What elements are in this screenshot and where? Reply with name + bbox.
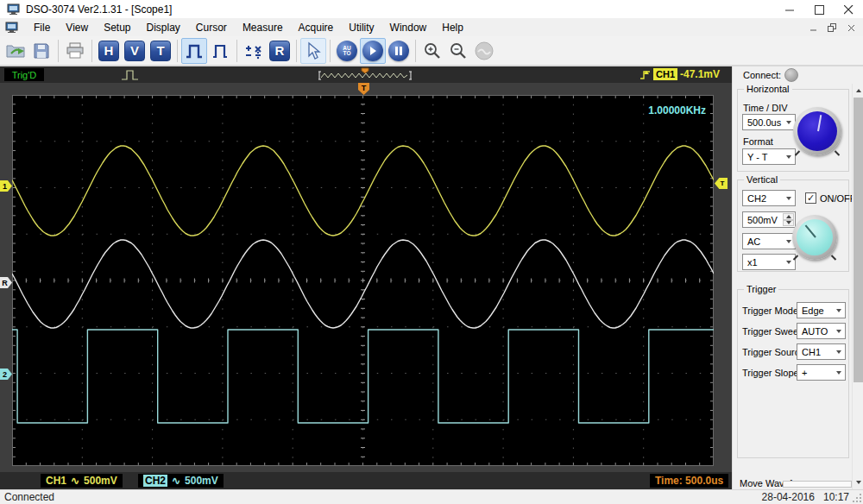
horizontal-knob[interactable] bbox=[793, 107, 841, 155]
menu-acquire[interactable]: Acquire bbox=[291, 20, 342, 35]
printer-icon bbox=[65, 41, 85, 60]
close-button[interactable] bbox=[834, 0, 863, 19]
print-button[interactable] bbox=[62, 38, 88, 64]
horizontal-panel-button[interactable]: H bbox=[96, 38, 122, 64]
trigger-position-marker[interactable]: T bbox=[358, 83, 369, 95]
menu-measure[interactable]: Measure bbox=[235, 20, 291, 35]
scrollbar-up-button[interactable] bbox=[853, 84, 863, 98]
toolbar-separator bbox=[58, 40, 59, 62]
trigger-slope-select[interactable]: + bbox=[797, 364, 846, 381]
menu-view[interactable]: View bbox=[58, 20, 96, 35]
toolbar: H V T bbox=[0, 36, 863, 66]
ch2-position-marker[interactable]: 2 bbox=[0, 369, 12, 380]
save-button[interactable] bbox=[28, 38, 54, 64]
up-arrow-icon bbox=[786, 215, 791, 218]
trigger-panel-button[interactable]: T bbox=[148, 38, 173, 64]
menu-window[interactable]: Window bbox=[382, 20, 435, 35]
minimize-button[interactable] bbox=[775, 0, 804, 19]
channel-select[interactable]: CH2 bbox=[742, 190, 796, 206]
trigger-channel-badge: CH1 bbox=[653, 68, 677, 80]
title-bar: DSO-3074 Ver2.1.31 - [Scope1] bbox=[0, 0, 863, 19]
vertical-panel-button[interactable]: V bbox=[122, 38, 148, 64]
waveform-preview[interactable] bbox=[317, 67, 413, 82]
volts-div-spinner[interactable]: 500mV bbox=[742, 211, 796, 228]
time-div-label: Time / DIV bbox=[743, 103, 788, 113]
waveform-display-button[interactable] bbox=[181, 38, 207, 64]
open-file-button[interactable] bbox=[3, 38, 28, 64]
trigger-source-select[interactable]: CH1 bbox=[797, 343, 846, 360]
window-title: DSO-3074 Ver2.1.31 - [Scope1] bbox=[26, 3, 172, 16]
math-button[interactable] bbox=[241, 38, 267, 64]
maximize-button[interactable] bbox=[804, 0, 834, 19]
connect-row: Connect: bbox=[733, 66, 863, 84]
menu-setup[interactable]: Setup bbox=[96, 20, 138, 35]
toolbar-separator bbox=[177, 40, 178, 62]
ref-position-marker[interactable]: R bbox=[0, 277, 12, 288]
scope-display: 1.00000KHz 1 R 2 T T bbox=[0, 83, 732, 472]
connect-status-light bbox=[784, 68, 798, 82]
mdi-restore-button[interactable] bbox=[823, 22, 841, 34]
trigger-sweep-label: Trigger Sweep bbox=[742, 326, 803, 337]
control-panel: Connect: Horizontal Time / DIV 500.0us F… bbox=[732, 66, 863, 489]
spinner-buttons bbox=[783, 213, 794, 226]
maximize-icon bbox=[815, 5, 824, 15]
mdi-minimize-button[interactable] bbox=[804, 22, 822, 34]
ch2-readout: CH2 ∿ 500mV bbox=[138, 474, 224, 488]
format-label: Format bbox=[743, 136, 773, 147]
panel-scrollbar[interactable] bbox=[852, 84, 863, 489]
coupling-select[interactable]: AC bbox=[742, 233, 796, 249]
frequency-readout: 1.00000KHz bbox=[648, 104, 706, 117]
app-icon bbox=[7, 3, 21, 16]
chevron-down-icon bbox=[786, 240, 791, 243]
trigger-mode-value: Edge bbox=[802, 306, 824, 316]
menu-help[interactable]: Help bbox=[434, 20, 471, 35]
mdi-close-icon bbox=[847, 24, 855, 32]
ch1-position-marker[interactable]: 1 bbox=[0, 180, 12, 192]
horizontal-group-title: Horizontal bbox=[744, 84, 792, 94]
trigger-level-marker[interactable]: T bbox=[715, 178, 728, 189]
menu-display[interactable]: Display bbox=[139, 20, 188, 35]
pause-button[interactable] bbox=[386, 38, 412, 64]
menu-utility[interactable]: Utility bbox=[341, 20, 381, 35]
connection-status: Connected bbox=[4, 491, 54, 503]
zoom-out-button[interactable] bbox=[445, 38, 471, 64]
zoom-in-button[interactable] bbox=[419, 38, 445, 64]
chevron-down-icon bbox=[836, 350, 841, 354]
trigger-level-readout: -47.1mV bbox=[680, 68, 720, 80]
auto-label-bottom: TO bbox=[343, 51, 351, 56]
auto-setup-button[interactable]: AU TO bbox=[334, 38, 360, 64]
scrollbar-thumb[interactable] bbox=[854, 98, 863, 382]
mdi-minimize-icon bbox=[809, 24, 817, 32]
spinner-up-button[interactable] bbox=[783, 213, 794, 220]
trigger-mode-label: Trigger Mode bbox=[742, 306, 798, 316]
toolbar-separator bbox=[415, 40, 416, 62]
probe-select[interactable]: x1 bbox=[742, 254, 796, 270]
trigger-mode-select[interactable]: Edge bbox=[797, 302, 846, 318]
digital-wave-icon bbox=[210, 41, 230, 61]
menu-file[interactable]: File bbox=[26, 20, 58, 35]
trigger-sweep-select[interactable]: AUTO bbox=[797, 323, 846, 339]
mdi-close-button[interactable] bbox=[842, 22, 860, 34]
format-select[interactable]: Y - T bbox=[742, 148, 796, 165]
chevron-down-icon bbox=[836, 309, 841, 312]
digital-waveform-button[interactable] bbox=[207, 38, 233, 64]
horizontal-knob-face bbox=[797, 111, 837, 151]
move-waveform-slider[interactable] bbox=[783, 481, 852, 488]
pulse-indicator-icon bbox=[120, 68, 142, 81]
save-floppy-icon bbox=[32, 41, 51, 60]
pause-bars bbox=[394, 47, 403, 55]
spinner-down-button[interactable] bbox=[783, 220, 794, 227]
chevron-down-icon bbox=[786, 261, 791, 264]
cursor-tool-button[interactable] bbox=[300, 38, 326, 64]
vertical-knob-face bbox=[797, 219, 833, 255]
vertical-knob[interactable] bbox=[792, 215, 837, 260]
chevron-down-icon bbox=[786, 155, 791, 159]
volts-div-value: 500mV bbox=[747, 215, 778, 225]
time-div-select[interactable]: 500.0us bbox=[742, 114, 796, 130]
channel-onoff-checkbox[interactable]: ✓ bbox=[805, 192, 816, 204]
menu-cursor[interactable]: Cursor bbox=[188, 20, 235, 35]
resize-grip[interactable] bbox=[852, 493, 862, 503]
run-button[interactable] bbox=[360, 38, 386, 64]
ref-waveform-button[interactable]: R bbox=[267, 38, 293, 64]
scrollbar-down-button[interactable] bbox=[853, 476, 863, 489]
